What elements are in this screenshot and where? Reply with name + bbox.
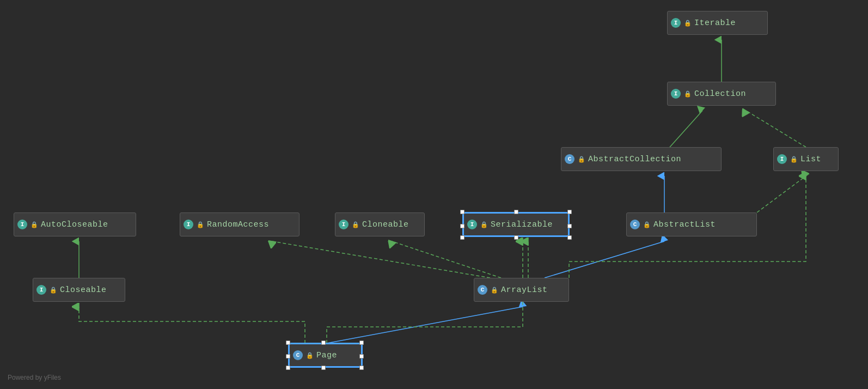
icon-lock-cloneable: 🔒 — [352, 221, 359, 228]
handle-serial-br[interactable] — [567, 235, 572, 240]
icon-lock-serializable: 🔒 — [480, 221, 488, 228]
icon-interface-autocloseable: I — [17, 220, 27, 229]
icon-interface-cloneable: I — [339, 220, 349, 229]
svg-line-13 — [327, 307, 523, 343]
node-arraylist[interactable]: C 🔒 ArrayList — [474, 278, 569, 302]
node-cloneable[interactable]: I 🔒 Cloneable — [335, 212, 425, 236]
handle-serial-bm[interactable] — [514, 235, 518, 240]
handle-page-bm[interactable] — [321, 366, 326, 370]
arrows-layer — [0, 0, 868, 389]
handle-page-bl[interactable] — [286, 366, 290, 370]
handle-serial-tl[interactable] — [460, 210, 464, 214]
handle-serial-ml[interactable] — [460, 224, 464, 228]
svg-line-8 — [545, 241, 664, 278]
label-arraylist: ArrayList — [501, 285, 548, 295]
label-list: List — [800, 155, 821, 164]
label-autocloseable: AutoCloseable — [41, 220, 108, 229]
icon-interface-collection: I — [671, 89, 681, 99]
node-randomaccess[interactable]: I 🔒 RandomAccess — [180, 212, 299, 236]
node-abstractlist[interactable]: C 🔒 AbstractList — [626, 212, 757, 236]
icon-lock-page: 🔒 — [306, 352, 314, 359]
node-page[interactable]: C 🔒 Page — [289, 343, 362, 367]
node-list[interactable]: I 🔒 List — [773, 147, 839, 171]
icon-class-abstractcollection: C — [565, 154, 574, 164]
icon-lock-randomaccess: 🔒 — [197, 221, 204, 228]
svg-line-4 — [670, 111, 702, 147]
icon-interface-serializable: I — [467, 220, 477, 229]
node-serializable[interactable]: I 🔒 Serializable — [463, 212, 569, 236]
svg-line-7 — [757, 176, 806, 212]
node-collection[interactable]: I 🔒 Collection — [667, 82, 776, 106]
label-page: Page — [316, 351, 337, 360]
handle-page-tl[interactable] — [286, 341, 290, 345]
icon-class-arraylist: C — [478, 285, 487, 295]
handle-page-tr[interactable] — [359, 341, 364, 345]
icon-interface-list: I — [777, 154, 787, 164]
icon-interface-randomaccess: I — [184, 220, 193, 229]
icon-interface-iterable: I — [671, 18, 681, 28]
icon-lock-abstractlist: 🔒 — [643, 221, 651, 228]
node-iterable[interactable]: I 🔒 Iterable — [667, 11, 768, 35]
node-autocloseable[interactable]: I 🔒 AutoCloseable — [14, 212, 136, 236]
diagram-canvas: I 🔒 Iterable I 🔒 Collection C 🔒 Abstract… — [0, 0, 868, 389]
svg-line-5 — [746, 111, 806, 147]
icon-lock-closeable: 🔒 — [50, 287, 57, 294]
handle-page-br[interactable] — [359, 366, 364, 370]
node-closeable[interactable]: I 🔒 Closeable — [33, 278, 125, 302]
label-cloneable: Cloneable — [362, 220, 409, 229]
svg-line-10 — [392, 241, 501, 278]
powered-by-label: Powered by yFiles — [8, 374, 61, 381]
label-iterable: Iterable — [694, 19, 736, 28]
label-randomaccess: RandomAccess — [207, 220, 269, 229]
label-serializable: Serializable — [491, 220, 553, 229]
icon-lock-arraylist: 🔒 — [491, 287, 498, 294]
icon-lock-abstractcollection: 🔒 — [578, 156, 585, 163]
svg-line-11 — [272, 241, 490, 278]
node-abstractcollection[interactable]: C 🔒 AbstractCollection — [561, 147, 722, 171]
icon-lock-autocloseable: 🔒 — [30, 221, 38, 228]
handle-serial-mr[interactable] — [567, 224, 572, 228]
icon-lock-collection: 🔒 — [684, 90, 692, 98]
icon-lock-list: 🔒 — [790, 156, 798, 163]
handle-page-mr[interactable] — [359, 354, 364, 358]
label-closeable: Closeable — [60, 285, 107, 295]
handle-page-tm[interactable] — [321, 341, 326, 345]
label-abstractlist: AbstractList — [653, 220, 716, 229]
icon-class-abstractlist: C — [630, 220, 640, 229]
handle-serial-tm[interactable] — [514, 210, 518, 214]
icon-lock-iterable: 🔒 — [684, 20, 692, 27]
icon-class-page: C — [293, 350, 303, 360]
handle-page-ml[interactable] — [286, 354, 290, 358]
handle-serial-bl[interactable] — [460, 235, 464, 240]
label-collection: Collection — [694, 89, 746, 99]
handle-serial-tr[interactable] — [567, 210, 572, 214]
label-abstractcollection: AbstractCollection — [588, 155, 681, 164]
icon-interface-closeable: I — [36, 285, 46, 295]
